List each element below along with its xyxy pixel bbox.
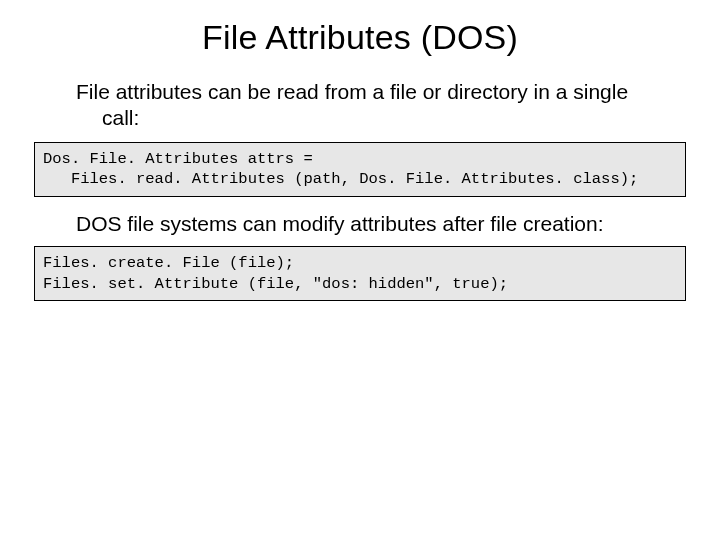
intro-text: File attributes can be read from a file …: [0, 79, 720, 132]
code-block-1: Dos. File. Attributes attrs = Files. rea…: [34, 142, 686, 198]
slide-title: File Attributes (DOS): [0, 18, 720, 57]
code-block-2: Files. create. File (file); Files. set. …: [34, 246, 686, 302]
mid-text: DOS file systems can modify attributes a…: [0, 211, 720, 237]
slide: File Attributes (DOS) File attributes ca…: [0, 0, 720, 540]
intro-text-span: File attributes can be read from a file …: [76, 79, 650, 132]
